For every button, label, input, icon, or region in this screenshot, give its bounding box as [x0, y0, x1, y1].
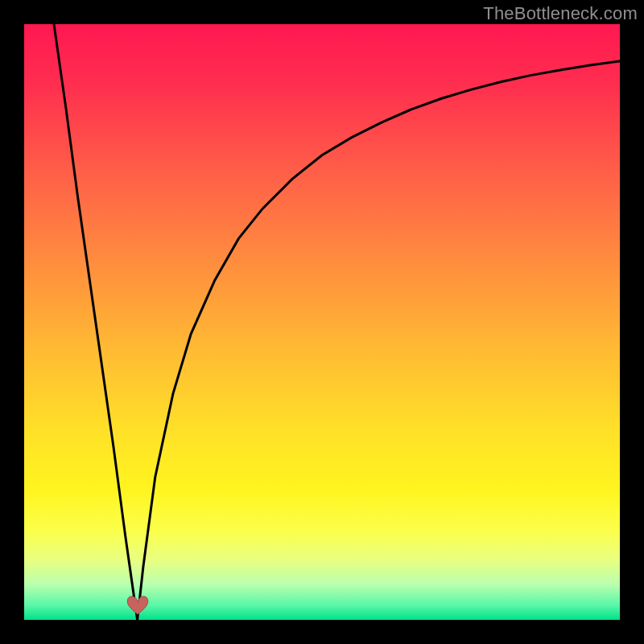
gradient-background — [24, 24, 620, 620]
plot-area — [24, 24, 620, 620]
chart-canvas — [24, 24, 620, 620]
heart-icon — [126, 595, 150, 616]
watermark-label: TheBottleneck.com — [483, 3, 638, 24]
chart-frame: TheBottleneck.com — [0, 0, 644, 644]
